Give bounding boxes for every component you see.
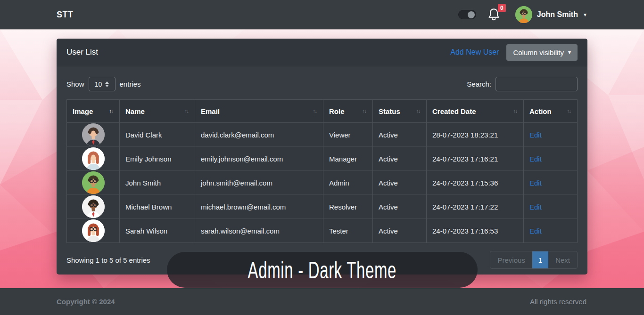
- user-created-date-cell: 24-07-2023 17:16:53: [427, 219, 524, 243]
- user-status-cell: Active: [373, 123, 427, 147]
- column-header[interactable]: Image ↑↓: [67, 100, 120, 123]
- user-status-cell: Active: [373, 171, 427, 195]
- page-footer: Copyright © 2024 All rights reserved: [0, 288, 644, 315]
- user-list-card: User List Add New User Column visibility…: [57, 39, 587, 275]
- table-row: John Smith john.smith@email.com Admin Ac…: [67, 171, 578, 195]
- edit-link[interactable]: Edit: [529, 131, 542, 139]
- edit-link[interactable]: Edit: [529, 227, 542, 235]
- user-action-cell: Edit: [524, 219, 578, 243]
- user-role-cell: Manager: [323, 147, 373, 171]
- user-email-cell: emily.johnson@email.com: [195, 147, 323, 171]
- user-action-cell: Edit: [524, 147, 578, 171]
- user-action-cell: Edit: [524, 123, 578, 147]
- user-name-cell: David Clark: [120, 123, 195, 147]
- copyright-text: Copyright © 2024: [57, 298, 115, 306]
- user-role-cell: Viewer: [323, 123, 373, 147]
- edit-link[interactable]: Edit: [529, 155, 542, 163]
- user-avatar-cell: [67, 219, 120, 243]
- user-email-cell: michael.brown@email.com: [195, 195, 323, 219]
- edit-link[interactable]: Edit: [529, 179, 542, 187]
- user-name-cell: Sarah Wilson: [120, 219, 195, 243]
- column-header[interactable]: Name ↑↓: [120, 100, 195, 123]
- sort-icons: ↑↓: [362, 108, 367, 114]
- edit-link[interactable]: Edit: [529, 203, 542, 211]
- rights-text: All rights reserved: [530, 298, 586, 306]
- user-role-cell: Admin: [323, 171, 373, 195]
- user-avatar-cell: [67, 171, 120, 195]
- column-header[interactable]: Action ↑↓: [524, 100, 578, 123]
- user-avatar: [515, 6, 532, 23]
- user-created-date-cell: 24-07-2023 17:15:36: [427, 171, 524, 195]
- sort-icons: ↑↓: [567, 108, 571, 114]
- user-name-cell: John Smith: [120, 171, 195, 195]
- search-label: Search:: [467, 80, 491, 88]
- column-header[interactable]: Status ↑↓: [373, 100, 427, 123]
- navbar: STT 0: [0, 0, 644, 29]
- chevron-down-icon: ▾: [584, 11, 586, 18]
- page-number-button[interactable]: 1: [532, 251, 548, 268]
- column-visibility-button[interactable]: Column visibility ▾: [506, 44, 578, 61]
- theme-overlay-label: Admin - Dark Theme: [248, 256, 397, 283]
- user-status-cell: Active: [373, 195, 427, 219]
- user-created-date-cell: 28-07-2023 18:23:21: [427, 123, 524, 147]
- user-status-cell: Active: [373, 219, 427, 243]
- chevron-down-icon: ▾: [568, 49, 571, 56]
- next-page-button[interactable]: Next: [548, 251, 577, 268]
- user-avatar-cell: [67, 195, 120, 219]
- user-created-date-cell: 24-07-2023 17:16:21: [427, 147, 524, 171]
- theme-toggle-knob: [468, 11, 475, 18]
- notification-badge: 0: [498, 4, 506, 12]
- user-name-cell: Emily Johnson: [120, 147, 195, 171]
- navbar-user-name: John Smith: [537, 10, 578, 19]
- user-action-cell: Edit: [524, 171, 578, 195]
- entries-label: entries: [120, 80, 141, 88]
- table-row: David Clark david.clark@email.com Viewer…: [67, 123, 578, 147]
- user-email-cell: john.smith@email.com: [195, 171, 323, 195]
- theme-toggle[interactable]: [458, 10, 476, 19]
- user-name-cell: Michael Brown: [120, 195, 195, 219]
- user-avatar: [82, 147, 105, 170]
- user-email-cell: david.clark@email.com: [195, 123, 323, 147]
- add-new-user-link[interactable]: Add New User: [450, 48, 499, 57]
- user-role-cell: Resolver: [323, 195, 373, 219]
- column-header[interactable]: Email ↑↓: [195, 100, 323, 123]
- page-title: User List: [66, 48, 98, 57]
- sort-icons: ↑↓: [184, 108, 189, 114]
- column-header[interactable]: Created Date ↑↓: [427, 100, 524, 123]
- table-row: Sarah Wilson sarah.wilson@email.com Test…: [67, 219, 578, 243]
- pagination: Previous 1 Next: [490, 251, 578, 269]
- user-avatar: [82, 123, 105, 146]
- sort-icons: ↑↓: [416, 108, 421, 114]
- show-label: Show: [66, 80, 84, 88]
- user-avatar-cell: [67, 123, 120, 147]
- user-avatar: [82, 171, 105, 194]
- select-spinner-icon: [105, 81, 109, 87]
- user-email-cell: sarah.wilson@email.com: [195, 219, 323, 243]
- user-status-cell: Active: [373, 147, 427, 171]
- search-input[interactable]: [495, 77, 578, 91]
- user-created-date-cell: 24-07-2023 17:17:22: [427, 195, 524, 219]
- page-length-select[interactable]: 10: [89, 77, 116, 91]
- sort-icons: ↑↓: [313, 108, 317, 114]
- user-avatar-cell: [67, 147, 120, 171]
- table-row: Michael Brown michael.brown@email.com Re…: [67, 195, 578, 219]
- user-avatar: [82, 195, 105, 218]
- card-header: User List Add New User Column visibility…: [57, 39, 587, 66]
- table-header-row: Image ↑↓ Name ↑↓ Email ↑↓ Role ↑↓ Status…: [67, 100, 578, 123]
- user-table-body: David Clark david.clark@email.com Viewer…: [67, 123, 578, 243]
- sort-icons: ↑↓: [109, 108, 114, 114]
- user-table: Image ↑↓ Name ↑↓ Email ↑↓ Role ↑↓ Status…: [66, 99, 578, 243]
- user-avatar: [82, 219, 105, 242]
- user-action-cell: Edit: [524, 195, 578, 219]
- previous-page-button[interactable]: Previous: [490, 251, 532, 268]
- user-menu[interactable]: John Smith ▾: [515, 6, 586, 23]
- table-controls: Show 10 entries Search:: [57, 66, 587, 99]
- column-header[interactable]: Role ↑↓: [323, 100, 373, 123]
- brand-logo[interactable]: STT: [57, 10, 74, 20]
- notifications-button[interactable]: 0: [487, 8, 500, 22]
- user-role-cell: Tester: [323, 219, 373, 243]
- navbar-avatar: [515, 6, 532, 23]
- user-table-wrap: Image ↑↓ Name ↑↓ Email ↑↓ Role ↑↓ Status…: [57, 99, 587, 243]
- table-row: Emily Johnson emily.johnson@email.com Ma…: [67, 147, 578, 171]
- theme-overlay-pill: Admin - Dark Theme: [167, 252, 478, 288]
